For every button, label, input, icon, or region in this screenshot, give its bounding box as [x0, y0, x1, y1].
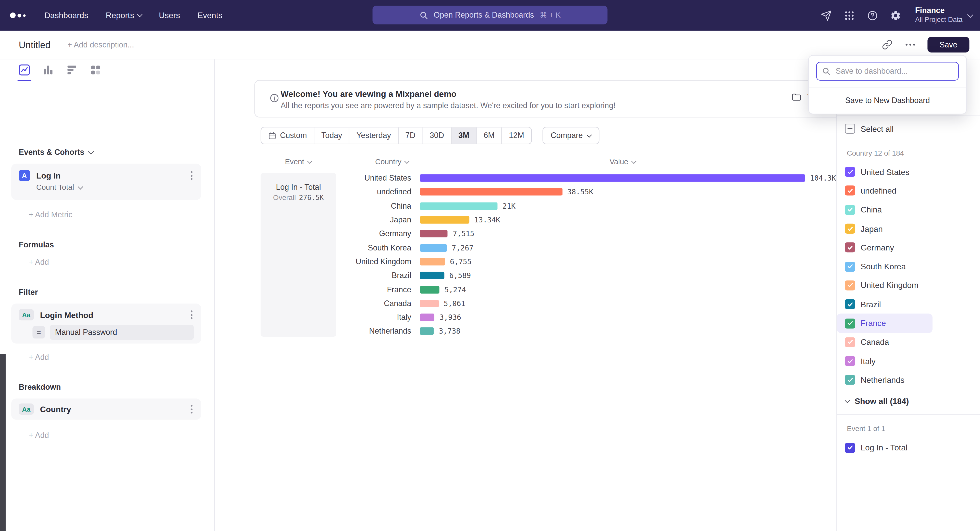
breakdown-add-button[interactable]: + Add: [29, 431, 49, 440]
send-icon[interactable]: [821, 10, 832, 21]
gear-icon[interactable]: [890, 10, 901, 21]
help-icon[interactable]: [867, 10, 878, 21]
country-checkbox-checkbox[interactable]: [845, 262, 855, 271]
nav-item-reports[interactable]: Reports: [106, 11, 142, 20]
country-checkbox-label: Brazil: [861, 300, 881, 309]
column-header-value[interactable]: Value: [610, 157, 635, 166]
country-checkbox-row[interactable]: Germany: [837, 238, 932, 257]
panel-divider: [837, 414, 980, 414]
metric-card[interactable]: A Log In Count Total: [11, 164, 201, 200]
country-checkbox-row[interactable]: Canada: [837, 333, 932, 352]
country-checkbox-checkbox[interactable]: [845, 223, 855, 234]
save-button[interactable]: Save: [928, 37, 969, 52]
country-checkbox-checkbox[interactable]: [845, 300, 855, 309]
filter-value-select[interactable]: Manual Password: [50, 325, 194, 340]
tab-retention-icon[interactable]: [89, 64, 103, 80]
bar[interactable]: [420, 244, 447, 252]
column-header-event[interactable]: Event: [285, 157, 311, 166]
event-checkbox-row[interactable]: Log In - Total: [837, 438, 932, 457]
copy-link-icon[interactable]: [881, 39, 892, 50]
country-checkbox-checkbox[interactable]: [845, 337, 855, 347]
range-30d[interactable]: 30D: [422, 127, 451, 144]
events-cohorts-heading[interactable]: Events & Cohorts: [19, 148, 93, 157]
country-checkbox-checkbox[interactable]: [845, 205, 855, 215]
country-checkbox-checkbox[interactable]: [845, 318, 855, 328]
page-scrollbar[interactable]: [0, 354, 6, 531]
range-today[interactable]: Today: [314, 127, 349, 144]
bar[interactable]: [420, 230, 448, 238]
bar[interactable]: [420, 188, 563, 196]
range-yesterday[interactable]: Yesterday: [349, 127, 398, 144]
range-label: Custom: [280, 131, 307, 140]
bar[interactable]: [420, 272, 444, 279]
filter-add-button[interactable]: + Add: [29, 353, 49, 361]
country-checkbox-checkbox[interactable]: [845, 243, 855, 252]
country-checkbox-row[interactable]: South Korea: [837, 257, 932, 276]
range-7d[interactable]: 7D: [398, 127, 422, 144]
event-cell[interactable]: Log In - Total Overall276.5K: [261, 173, 336, 337]
nav-item-label: Dashboards: [45, 11, 88, 20]
bar[interactable]: [420, 314, 434, 321]
chevron-down-icon: [632, 159, 636, 163]
country-checkbox-row[interactable]: undefined: [837, 181, 932, 200]
column-header-country[interactable]: Country: [375, 157, 409, 166]
breakdown-card[interactable]: Aa Country: [11, 398, 201, 420]
country-checkbox-checkbox[interactable]: [845, 375, 855, 385]
tab-insights-icon[interactable]: [18, 64, 32, 80]
country-checkbox-row[interactable]: United Kingdom: [837, 276, 932, 295]
more-actions-button[interactable]: [904, 39, 916, 50]
bar[interactable]: [420, 174, 805, 182]
global-search-button[interactable]: Open Reports & Dashboards ⌘ + K: [372, 6, 608, 24]
country-checkbox-row[interactable]: United States: [837, 162, 932, 181]
country-checkbox-row[interactable]: Netherlands: [837, 371, 932, 390]
tab-bar-chart-icon[interactable]: [41, 64, 55, 80]
country-checkbox-row[interactable]: Italy: [837, 352, 932, 371]
range-3m[interactable]: 3M: [451, 127, 476, 144]
select-all-checkbox[interactable]: [845, 124, 855, 134]
breakdown-kebab-icon[interactable]: [189, 404, 194, 415]
mixpanel-logo-icon[interactable]: [10, 13, 25, 18]
bar[interactable]: [420, 300, 439, 307]
bar[interactable]: [420, 258, 445, 265]
project-switcher[interactable]: Finance All Project Data: [915, 6, 973, 24]
report-title[interactable]: Untitled: [19, 39, 51, 50]
bar[interactable]: [420, 202, 498, 210]
nav-links: DashboardsReportsUsersEvents: [45, 11, 223, 20]
bar[interactable]: [420, 216, 469, 223]
range-12m[interactable]: 12M: [501, 127, 531, 144]
nav-item-users[interactable]: Users: [159, 11, 180, 20]
formulas-add-button[interactable]: + Add: [29, 258, 49, 266]
tab-funnel-icon[interactable]: [65, 64, 79, 80]
bar[interactable]: [420, 286, 439, 293]
nav-item-label: Reports: [106, 11, 134, 20]
event-checkbox-checkbox[interactable]: [845, 443, 855, 453]
save-new-dashboard-item[interactable]: Save to New Dashboard: [809, 87, 966, 114]
apps-grid-icon[interactable]: [844, 10, 855, 21]
country-checkbox-checkbox[interactable]: [845, 356, 855, 366]
add-metric-button[interactable]: + Add Metric: [29, 211, 73, 219]
metric-aggregation-select[interactable]: Count Total: [36, 183, 201, 192]
range-custom[interactable]: Custom: [261, 127, 314, 144]
metric-kebab-icon[interactable]: [189, 170, 194, 181]
chevron-down-icon: [845, 398, 850, 403]
country-checkbox-row[interactable]: China: [837, 200, 932, 219]
nav-item-dashboards[interactable]: Dashboards: [45, 11, 88, 20]
filter-card[interactable]: Aa Login Method = Manual Password: [11, 303, 201, 344]
show-all-button[interactable]: Show all (184): [845, 396, 980, 406]
country-checkbox-row[interactable]: Brazil: [837, 295, 932, 314]
compare-button[interactable]: Compare: [542, 127, 600, 144]
add-description-button[interactable]: + Add description...: [67, 40, 134, 49]
country-checkbox-checkbox[interactable]: [845, 280, 855, 290]
country-checkbox-row[interactable]: Japan: [837, 219, 932, 238]
country-checkbox-row[interactable]: France: [837, 314, 932, 333]
bar[interactable]: [420, 328, 434, 335]
nav-item-events[interactable]: Events: [197, 11, 222, 20]
filter-kebab-icon[interactable]: [189, 309, 194, 320]
select-all-row[interactable]: Select all: [845, 124, 980, 134]
country-checkbox-checkbox[interactable]: [845, 167, 855, 177]
filter-operator-select[interactable]: =: [32, 326, 45, 338]
save-dashboard-input[interactable]: [816, 62, 959, 80]
country-checkbox-checkbox[interactable]: [845, 185, 855, 196]
property-type-badge: Aa: [19, 404, 34, 415]
range-6m[interactable]: 6M: [476, 127, 501, 144]
